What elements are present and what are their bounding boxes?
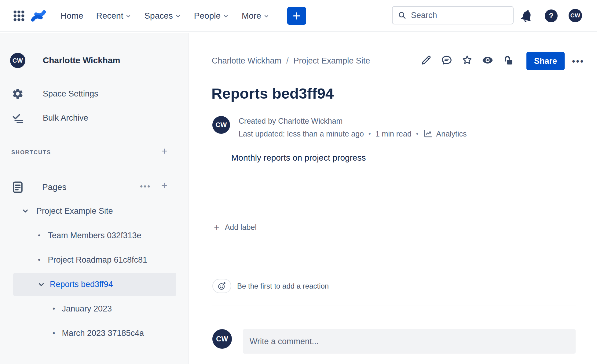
page-body-text: Monthly reports on project progress: [231, 153, 366, 163]
chevron-down-icon: [175, 13, 181, 19]
breadcrumb-parent-link[interactable]: Project Example Site: [294, 56, 370, 66]
analytics-chart-icon: [423, 129, 433, 139]
nav-more[interactable]: More: [242, 11, 269, 21]
tree-item-project-roadmap[interactable]: • Project Roadmap 61c8fc81: [0, 248, 189, 272]
share-button[interactable]: Share: [526, 52, 565, 70]
search-placeholder: Search: [411, 11, 437, 20]
tree-item-reports-selected[interactable]: Reports bed3ff94: [13, 273, 176, 296]
space-sidebar: CW Charlotte Wickham Space Settings Bulk…: [0, 33, 189, 364]
help-button[interactable]: ?: [545, 9, 558, 22]
unlock-icon[interactable]: [502, 54, 514, 66]
reactions-row: Be the first to add a reaction: [212, 279, 329, 293]
breadcrumb-separator: /: [286, 56, 289, 66]
last-updated-text[interactable]: Last updated: less than a minute ago: [239, 129, 364, 138]
more-actions-button[interactable]: •••: [572, 56, 584, 67]
pages-section-header[interactable]: Pages ••• +: [0, 179, 188, 196]
nav-recent-label: Recent: [96, 11, 123, 21]
analytics-link[interactable]: Analytics: [423, 129, 467, 139]
chevron-down-icon: [263, 13, 269, 19]
add-label-text: Add label: [225, 223, 257, 232]
star-favorite-icon[interactable]: [461, 54, 473, 66]
comments-divider: [212, 305, 576, 305]
sidebar-item-bulk-archive[interactable]: Bulk Archive: [0, 109, 188, 126]
app-switcher-button[interactable]: [12, 9, 26, 23]
confluence-logo-icon[interactable]: [31, 8, 46, 24]
sidebar-item-space-settings[interactable]: Space Settings: [0, 85, 188, 102]
nav-people[interactable]: People: [194, 11, 229, 21]
pages-label: Pages: [42, 182, 66, 192]
comment-input[interactable]: Write a comment...: [243, 329, 576, 354]
commenter-avatar: CW: [212, 329, 232, 349]
breadcrumb-space-link[interactable]: Charlotte Wickham: [212, 56, 281, 66]
add-reaction-button[interactable]: [212, 279, 231, 293]
page-actions: [420, 54, 514, 66]
nav-more-label: More: [242, 11, 261, 21]
add-page-button[interactable]: +: [161, 180, 167, 190]
space-settings-label: Space Settings: [43, 89, 98, 99]
nav-home[interactable]: Home: [60, 11, 83, 21]
gear-icon: [12, 88, 24, 100]
search-icon: [397, 11, 407, 20]
byline-separator: •: [368, 130, 371, 138]
comment-composer: CW Write a comment...: [212, 329, 576, 354]
create-button[interactable]: [287, 7, 306, 25]
tree-item-team-members[interactable]: • Team Members 032f313e: [0, 223, 189, 248]
chevron-down-icon: [21, 207, 29, 215]
byline-meta-row: Last updated: less than a minute ago • 1…: [239, 129, 467, 139]
tree-item-label: March 2023 37185c4a: [62, 329, 144, 338]
breadcrumb: Charlotte Wickham / Project Example Site: [212, 56, 370, 66]
plus-icon: [291, 11, 302, 21]
tree-item-label: Team Members 032f313e: [48, 231, 141, 240]
app-grid-icon: [12, 9, 26, 23]
shortcuts-header-label: SHORTCUTS: [11, 149, 51, 156]
analytics-label: Analytics: [436, 129, 467, 138]
nav-people-label: People: [194, 11, 221, 21]
comment-placeholder: Write a comment...: [250, 337, 319, 346]
add-shortcut-button[interactable]: +: [161, 146, 167, 156]
pages-document-icon: [11, 180, 24, 194]
plus-icon: +: [214, 222, 220, 232]
byline-separator: •: [416, 130, 419, 138]
nav-home-label: Home: [60, 11, 83, 21]
watch-eye-icon[interactable]: [482, 54, 493, 66]
page-tree: Project Example Site • Team Members 032f…: [0, 199, 189, 345]
chevron-down-icon: [125, 13, 131, 19]
page-byline: CW Created by Charlotte Wickham Last upd…: [212, 116, 467, 139]
top-navigation-bar: Home Recent Spaces People More: [0, 0, 597, 32]
nav-spaces[interactable]: Spaces: [144, 11, 181, 21]
bullet-marker: •: [38, 256, 40, 264]
tree-item-march-2023[interactable]: • March 2023 37185c4a: [0, 321, 189, 345]
notifications-bell-icon[interactable]: [518, 7, 536, 25]
author-avatar[interactable]: CW: [212, 116, 230, 134]
nav-recent[interactable]: Recent: [96, 11, 132, 21]
bulk-archive-icon: [12, 112, 24, 124]
shortcuts-section-header: SHORTCUTS +: [0, 146, 188, 158]
nav-spaces-label: Spaces: [144, 11, 173, 21]
primary-nav: Home Recent Spaces People More: [60, 11, 269, 21]
reaction-prompt-text: Be the first to add a reaction: [237, 282, 329, 290]
edit-pencil-icon[interactable]: [420, 54, 432, 66]
user-avatar[interactable]: CW: [569, 9, 582, 22]
space-avatar: CW: [10, 53, 25, 68]
comment-bubble-icon[interactable]: [441, 54, 452, 66]
chevron-down-icon: [223, 13, 229, 19]
pages-more-button[interactable]: •••: [140, 182, 151, 191]
tree-item-label: Project Example Site: [36, 206, 113, 216]
tree-item-january-2023[interactable]: • January 2023: [0, 297, 189, 321]
tree-item-project-example-site[interactable]: Project Example Site: [0, 199, 189, 223]
add-label-button[interactable]: + Add label: [214, 222, 257, 232]
tree-item-label: Reports bed3ff94: [50, 280, 113, 289]
chevron-down-icon: [37, 281, 45, 289]
page-title: Reports bed3ff94: [211, 85, 334, 102]
bullet-marker: •: [53, 329, 55, 337]
tree-item-label: January 2023: [62, 304, 112, 314]
confluence-app: Home Recent Spaces People More: [0, 0, 597, 364]
space-header[interactable]: CW Charlotte Wickham: [0, 51, 188, 70]
bullet-marker: •: [38, 231, 40, 240]
byline-text: Created by Charlotte Wickham Last update…: [239, 116, 467, 139]
read-time-text: 1 min read: [375, 129, 412, 138]
smiley-reaction-icon: [217, 282, 226, 291]
created-by-text[interactable]: Created by Charlotte Wickham: [239, 117, 467, 126]
bullet-marker: •: [53, 304, 55, 313]
search-input[interactable]: Search: [392, 6, 514, 24]
